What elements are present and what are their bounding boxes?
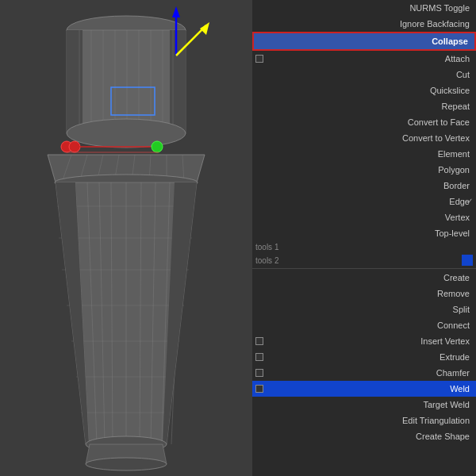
tools2-row: tools 2 <box>252 253 476 267</box>
svg-rect-3 <box>67 30 83 133</box>
edge-item[interactable]: Edge ✓ <box>252 194 476 209</box>
svg-rect-4 <box>170 30 186 133</box>
right-panel: NURMS Toggle Ignore Backfacing Collapse … <box>252 0 476 476</box>
weld-checkbox[interactable] <box>255 385 263 393</box>
convert-vertex-label: Convert to Vertex <box>402 133 470 143</box>
extrude-item[interactable]: Extrude <box>252 349 476 365</box>
create-shape-item[interactable]: Create Shape <box>252 428 476 444</box>
tools2-label: tools 2 <box>255 256 462 265</box>
weld-item[interactable]: Weld <box>252 381 476 397</box>
repeat-item[interactable]: Repeat <box>252 98 476 114</box>
convert-face-label: Convert to Face <box>408 117 470 127</box>
tools2-color-block <box>462 255 473 266</box>
nurms-toggle-label: NURMS Toggle <box>409 3 470 13</box>
quickslice-item[interactable]: Quickslice <box>252 83 476 98</box>
edit-triangulation-label: Edit Triangulation <box>402 416 470 425</box>
main-container: NURMS Toggle Ignore Backfacing Collapse … <box>0 0 476 476</box>
divider-1 <box>252 268 476 269</box>
attach-item[interactable]: Attach <box>252 51 476 67</box>
svg-point-18 <box>152 141 163 152</box>
collapse-label: Collapse <box>432 36 468 46</box>
polygon-item[interactable]: Polygon <box>252 162 476 178</box>
convert-vertex-item[interactable]: Convert to Vertex <box>252 130 476 146</box>
nurms-toggle-item[interactable]: NURMS Toggle <box>252 0 476 16</box>
tools1-row: tools 1 <box>252 241 476 253</box>
svg-point-52 <box>86 458 167 470</box>
connect-label: Connect <box>437 321 470 330</box>
chamfer-label: Chamfer <box>436 368 470 378</box>
create-label: Create <box>443 273 470 282</box>
insert-vertex-checkbox[interactable] <box>255 337 263 345</box>
element-item[interactable]: Element <box>252 146 476 162</box>
polygon-label: Polygon <box>438 165 470 175</box>
remove-label: Remove <box>437 289 470 298</box>
ignore-backfacing-item[interactable]: Ignore Backfacing <box>252 16 476 32</box>
vertex-label: Vertex <box>445 213 470 222</box>
attach-checkbox[interactable] <box>255 55 263 63</box>
target-weld-label: Target Weld <box>424 400 470 409</box>
target-weld-item[interactable]: Target Weld <box>252 397 476 413</box>
repeat-label: Repeat <box>442 102 470 111</box>
ignore-backfacing-label: Ignore Backfacing <box>400 19 470 29</box>
remove-item[interactable]: Remove <box>252 286 476 301</box>
connect-item[interactable]: Connect <box>252 317 476 333</box>
insert-vertex-label: Insert Vertex <box>420 336 470 346</box>
vertex-item[interactable]: Vertex <box>252 209 476 225</box>
create-shape-label: Create Shape <box>416 432 470 441</box>
top-level-label: Top-level <box>435 228 470 238</box>
create-item[interactable]: Create <box>252 270 476 286</box>
chamfer-checkbox[interactable] <box>255 369 263 377</box>
tools1-label: tools 1 <box>255 243 473 251</box>
element-label: Element <box>438 149 470 159</box>
weld-label: Weld <box>450 384 470 393</box>
quickslice-label: Quickslice <box>430 86 470 95</box>
cut-item[interactable]: Cut <box>252 67 476 83</box>
extrude-checkbox[interactable] <box>255 353 263 361</box>
viewport <box>0 0 252 476</box>
extrude-label: Extrude <box>440 352 470 362</box>
svg-rect-2 <box>67 30 186 133</box>
svg-point-17 <box>69 141 80 152</box>
edit-triangulation-item[interactable]: Edit Triangulation <box>252 413 476 428</box>
top-level-item[interactable]: Top-level <box>252 225 476 241</box>
split-item[interactable]: Split <box>252 301 476 317</box>
split-label: Split <box>453 305 470 314</box>
svg-point-14 <box>67 119 186 148</box>
cut-label: Cut <box>456 70 470 79</box>
convert-face-item[interactable]: Convert to Face <box>252 114 476 130</box>
edge-checkmark: ✓ <box>466 195 473 208</box>
attach-label: Attach <box>445 54 470 63</box>
border-item[interactable]: Border <box>252 178 476 194</box>
chamfer-item[interactable]: Chamfer <box>252 365 476 381</box>
border-label: Border <box>443 181 470 190</box>
insert-vertex-item[interactable]: Insert Vertex <box>252 333 476 349</box>
collapse-item[interactable]: Collapse <box>252 32 476 51</box>
